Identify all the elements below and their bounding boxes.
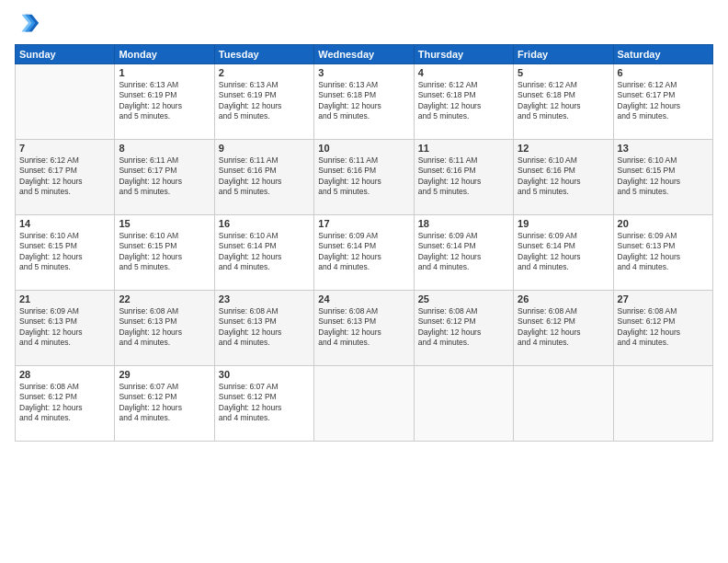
day-info: Sunrise: 6:09 AM Sunset: 6:13 PM Dayligh… <box>618 231 709 273</box>
page: SundayMondayTuesdayWednesdayThursdayFrid… <box>0 0 728 563</box>
calendar-cell <box>514 366 613 442</box>
day-info: Sunrise: 6:11 AM Sunset: 6:16 PM Dayligh… <box>219 155 310 198</box>
day-number: 12 <box>518 143 609 154</box>
day-info: Sunrise: 6:09 AM Sunset: 6:14 PM Dayligh… <box>518 231 609 273</box>
day-info: Sunrise: 6:07 AM Sunset: 6:12 PM Dayligh… <box>119 382 210 424</box>
day-number: 27 <box>618 293 709 304</box>
day-info: Sunrise: 6:13 AM Sunset: 6:19 PM Dayligh… <box>119 80 210 122</box>
calendar-cell: 21Sunrise: 6:09 AM Sunset: 6:13 PM Dayli… <box>16 291 115 366</box>
calendar-cell: 17Sunrise: 6:09 AM Sunset: 6:14 PM Dayli… <box>314 215 414 291</box>
calendar-cell: 2Sunrise: 6:13 AM Sunset: 6:19 PM Daylig… <box>214 64 313 140</box>
calendar-cell: 26Sunrise: 6:08 AM Sunset: 6:12 PM Dayli… <box>514 291 613 366</box>
day-number: 30 <box>219 369 310 380</box>
day-number: 17 <box>318 218 409 229</box>
calendar-week-row: 1Sunrise: 6:13 AM Sunset: 6:19 PM Daylig… <box>16 64 713 140</box>
day-number: 29 <box>119 369 210 380</box>
calendar-cell <box>314 366 414 442</box>
calendar-cell: 19Sunrise: 6:09 AM Sunset: 6:14 PM Dayli… <box>514 215 613 291</box>
day-number: 7 <box>19 143 110 154</box>
day-number: 20 <box>618 218 709 229</box>
calendar-cell: 7Sunrise: 6:12 AM Sunset: 6:17 PM Daylig… <box>16 140 115 215</box>
day-number: 5 <box>518 67 609 78</box>
day-number: 26 <box>518 293 609 304</box>
day-info: Sunrise: 6:11 AM Sunset: 6:16 PM Dayligh… <box>418 155 509 198</box>
header-row: SundayMondayTuesdayWednesdayThursdayFrid… <box>16 45 713 64</box>
calendar-cell <box>414 366 513 442</box>
day-number: 28 <box>19 369 110 380</box>
day-info: Sunrise: 6:12 AM Sunset: 6:18 PM Dayligh… <box>518 80 609 122</box>
day-number: 14 <box>19 218 110 229</box>
day-info: Sunrise: 6:13 AM Sunset: 6:18 PM Dayligh… <box>318 80 409 122</box>
day-number: 22 <box>119 293 210 304</box>
day-info: Sunrise: 6:08 AM Sunset: 6:12 PM Dayligh… <box>518 306 609 349</box>
calendar-cell: 9Sunrise: 6:11 AM Sunset: 6:16 PM Daylig… <box>214 140 313 215</box>
weekday-header: Saturday <box>613 45 712 64</box>
day-info: Sunrise: 6:08 AM Sunset: 6:12 PM Dayligh… <box>418 306 509 349</box>
day-info: Sunrise: 6:10 AM Sunset: 6:15 PM Dayligh… <box>618 155 709 198</box>
day-number: 3 <box>318 67 409 78</box>
weekday-header: Sunday <box>16 45 115 64</box>
calendar-cell: 27Sunrise: 6:08 AM Sunset: 6:12 PM Dayli… <box>613 291 712 366</box>
day-info: Sunrise: 6:08 AM Sunset: 6:12 PM Dayligh… <box>19 382 110 424</box>
header <box>15 11 713 37</box>
calendar-cell: 8Sunrise: 6:11 AM Sunset: 6:17 PM Daylig… <box>115 140 214 215</box>
day-info: Sunrise: 6:13 AM Sunset: 6:19 PM Dayligh… <box>219 80 310 122</box>
day-info: Sunrise: 6:10 AM Sunset: 6:15 PM Dayligh… <box>19 231 110 273</box>
day-number: 16 <box>219 218 310 229</box>
day-number: 25 <box>418 293 509 304</box>
day-info: Sunrise: 6:10 AM Sunset: 6:14 PM Dayligh… <box>219 231 310 273</box>
calendar-cell <box>613 366 712 442</box>
day-info: Sunrise: 6:08 AM Sunset: 6:13 PM Dayligh… <box>119 306 210 349</box>
day-info: Sunrise: 6:10 AM Sunset: 6:15 PM Dayligh… <box>119 231 210 273</box>
calendar-cell: 22Sunrise: 6:08 AM Sunset: 6:13 PM Dayli… <box>115 291 214 366</box>
weekday-header: Wednesday <box>314 45 414 64</box>
weekday-header: Thursday <box>414 45 513 64</box>
calendar: SundayMondayTuesdayWednesdayThursdayFrid… <box>15 44 713 442</box>
calendar-cell: 28Sunrise: 6:08 AM Sunset: 6:12 PM Dayli… <box>16 366 115 442</box>
day-info: Sunrise: 6:08 AM Sunset: 6:13 PM Dayligh… <box>219 306 310 349</box>
calendar-cell: 12Sunrise: 6:10 AM Sunset: 6:16 PM Dayli… <box>514 140 613 215</box>
calendar-cell: 13Sunrise: 6:10 AM Sunset: 6:15 PM Dayli… <box>613 140 712 215</box>
day-number: 21 <box>19 293 110 304</box>
day-info: Sunrise: 6:11 AM Sunset: 6:17 PM Dayligh… <box>119 155 210 198</box>
calendar-cell: 18Sunrise: 6:09 AM Sunset: 6:14 PM Dayli… <box>414 215 513 291</box>
day-number: 15 <box>119 218 210 229</box>
calendar-cell: 23Sunrise: 6:08 AM Sunset: 6:13 PM Dayli… <box>214 291 313 366</box>
day-info: Sunrise: 6:11 AM Sunset: 6:16 PM Dayligh… <box>318 155 409 198</box>
calendar-cell: 4Sunrise: 6:12 AM Sunset: 6:18 PM Daylig… <box>414 64 513 140</box>
calendar-cell: 25Sunrise: 6:08 AM Sunset: 6:12 PM Dayli… <box>414 291 513 366</box>
day-info: Sunrise: 6:12 AM Sunset: 6:17 PM Dayligh… <box>618 80 709 122</box>
day-info: Sunrise: 6:12 AM Sunset: 6:17 PM Dayligh… <box>19 155 110 198</box>
calendar-cell: 15Sunrise: 6:10 AM Sunset: 6:15 PM Dayli… <box>115 215 214 291</box>
calendar-cell: 20Sunrise: 6:09 AM Sunset: 6:13 PM Dayli… <box>613 215 712 291</box>
day-info: Sunrise: 6:08 AM Sunset: 6:13 PM Dayligh… <box>318 306 409 349</box>
calendar-cell: 10Sunrise: 6:11 AM Sunset: 6:16 PM Dayli… <box>314 140 414 215</box>
weekday-header: Monday <box>115 45 214 64</box>
day-number: 9 <box>219 143 310 154</box>
calendar-cell: 16Sunrise: 6:10 AM Sunset: 6:14 PM Dayli… <box>214 215 313 291</box>
day-info: Sunrise: 6:07 AM Sunset: 6:12 PM Dayligh… <box>219 382 310 424</box>
day-number: 13 <box>618 143 709 154</box>
day-number: 11 <box>418 143 509 154</box>
weekday-header: Friday <box>514 45 613 64</box>
calendar-cell: 3Sunrise: 6:13 AM Sunset: 6:18 PM Daylig… <box>314 64 414 140</box>
calendar-cell: 24Sunrise: 6:08 AM Sunset: 6:13 PM Dayli… <box>314 291 414 366</box>
calendar-cell: 11Sunrise: 6:11 AM Sunset: 6:16 PM Dayli… <box>414 140 513 215</box>
day-number: 6 <box>618 67 709 78</box>
calendar-week-row: 7Sunrise: 6:12 AM Sunset: 6:17 PM Daylig… <box>16 140 713 215</box>
day-number: 2 <box>219 67 310 78</box>
weekday-header: Tuesday <box>214 45 313 64</box>
day-number: 10 <box>318 143 409 154</box>
day-info: Sunrise: 6:09 AM Sunset: 6:14 PM Dayligh… <box>418 231 509 273</box>
calendar-cell: 1Sunrise: 6:13 AM Sunset: 6:19 PM Daylig… <box>115 64 214 140</box>
calendar-cell <box>16 64 115 140</box>
day-info: Sunrise: 6:10 AM Sunset: 6:16 PM Dayligh… <box>518 155 609 198</box>
day-number: 18 <box>418 218 509 229</box>
day-info: Sunrise: 6:08 AM Sunset: 6:12 PM Dayligh… <box>618 306 709 349</box>
day-number: 19 <box>518 218 609 229</box>
logo <box>15 11 44 37</box>
calendar-cell: 5Sunrise: 6:12 AM Sunset: 6:18 PM Daylig… <box>514 64 613 140</box>
calendar-cell: 14Sunrise: 6:10 AM Sunset: 6:15 PM Dayli… <box>16 215 115 291</box>
calendar-week-row: 21Sunrise: 6:09 AM Sunset: 6:13 PM Dayli… <box>16 291 713 366</box>
calendar-week-row: 28Sunrise: 6:08 AM Sunset: 6:12 PM Dayli… <box>16 366 713 442</box>
